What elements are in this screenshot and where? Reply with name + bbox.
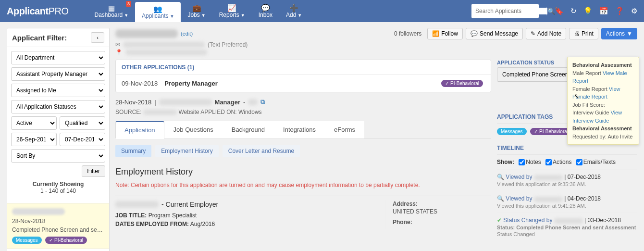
messages-pill: Messages [12,237,42,244]
collapse-filter-button[interactable]: ‹ [91,32,104,43]
sort-select[interactable]: Sort By [11,149,105,163]
subtab-cover-resume[interactable]: Cover Letter and Resume [223,145,300,157]
nav-add[interactable]: ➕ Add▼ [279,0,309,22]
nav-dashboard[interactable]: ▦ Dashboard▼ 3 [87,0,135,22]
pi-behavioral-pill: ✓ PI-Behavioral [45,237,87,244]
pencil-icon: ✎ [531,30,535,37]
follow-button[interactable]: 📶Follow [427,28,463,39]
text-preferred-label: (Text Preferred) [208,41,248,48]
date-from-select[interactable]: 26-Sep-2018 [11,133,57,146]
nav-jobs[interactable]: 💼 Jobs▼ [181,0,212,22]
state-qualified-select[interactable]: Qualified [60,116,105,130]
notes-checkbox[interactable] [519,159,525,165]
applicant-status: Completed Phone Screen and sen... [12,226,104,233]
search-input[interactable] [475,8,547,14]
address-redacted [125,50,207,55]
tab-background[interactable]: Background [223,121,274,138]
timeline-item: 🔍 Viewed by | 07-Dec-2018 Viewed this ap… [497,169,637,191]
chat-icon: 💬 [471,30,478,37]
employment-note: Note: Certain options for this applicati… [115,182,491,188]
user-redacted [534,197,563,202]
search-small-icon: 🔍 [497,174,504,180]
subtab-employment[interactable]: Employment History [155,145,218,157]
print-button[interactable]: 🖨Print [569,28,598,39]
global-search[interactable]: 🔍 [471,4,539,18]
send-message-button[interactable]: 💬Send Message [466,28,523,39]
filter-button[interactable]: Filter [82,165,105,177]
edit-link[interactable]: (edit) [181,31,193,37]
employment-history-heading: Employment History [115,167,491,177]
followers-count: 0 followers [394,30,421,37]
other-app-date: 09-Nov-2018 [122,80,158,87]
state-active-select[interactable]: Active [11,116,57,130]
applicant-name-redacted [12,208,65,215]
rss-icon: 📶 [432,30,439,37]
status-select[interactable]: All Application Statuses [11,100,105,113]
role-word: Manager [215,99,240,106]
briefcase-icon: 💼 [192,4,201,12]
applicant-name-redacted [115,29,178,38]
dates-employed-value: Aug/2016 [190,221,215,227]
pi-behavioral-pill: ✓ PI-Behavioral [441,80,483,87]
pi-behavioral-popover: Behavioral Assessment Male Report View M… [567,57,639,145]
job-fit-score: Job Fit Score: [572,101,634,109]
employer-redacted [115,201,159,208]
lightbulb-icon[interactable]: 💡 [583,7,593,15]
applied-on-label: APPLIED ON: [200,109,236,115]
position-select[interactable]: Assistant Property Manager [11,67,105,81]
nav-inbox[interactable]: 💬 Inbox [252,0,279,22]
assigned-select[interactable]: Assigned to Me [11,84,105,97]
other-applications-header[interactable]: OTHER APPLICATIONS (1) [116,60,491,75]
email-redacted [123,42,205,48]
filter-title: Applicant Filter: [12,34,67,42]
nav-reports[interactable]: 📈 Reports▼ [212,0,252,22]
popover-heading-2: Behavioral Assessment [572,125,634,133]
other-app-position: Property Manager [164,80,218,87]
actions-button[interactable]: Actions▼ [601,28,637,39]
add-note-button[interactable]: ✎Add Note [526,28,566,39]
tab-integrations[interactable]: Integrations [274,121,325,138]
emails-checkbox[interactable] [576,159,582,165]
dashboard-badge: 3 [126,1,131,7]
department-select[interactable]: All Department [11,51,105,64]
help-icon[interactable]: ❓ [615,7,624,15]
nav-applicants[interactable]: 👥 Applicants▼ [135,2,181,22]
applicant-date: 28-Nov-2018 [12,218,104,225]
mail-icon: ✉ [115,41,120,48]
current-employer-label: - Current Employer [161,201,218,208]
bookmark-icon[interactable]: 🔖 [555,7,564,15]
applicant-list-item[interactable]: 28-Nov-2018 Completed Phone Screen and s… [7,203,109,249]
popover-heading: Behavioral Assessment [572,61,634,69]
pi-behavioral-tag[interactable]: ✓ PI-Behavioral [530,128,572,135]
tab-eforms[interactable]: eForms [325,121,364,138]
calendar-icon[interactable]: 📅 [599,7,608,15]
tab-application[interactable]: Application [115,121,164,139]
actions-checkbox[interactable] [545,159,552,165]
check-icon: ✔ [497,217,502,224]
address-label: Address: [393,201,418,207]
subtab-summary[interactable]: Summary [115,145,151,157]
tab-job-questions[interactable]: Job Questions [164,121,223,138]
company-redacted [159,99,212,105]
phone-label: Phone: [393,219,412,226]
plus-icon: ➕ [289,4,298,12]
gear-icon[interactable]: ⚙ [631,7,637,15]
date-to-select[interactable]: 07-Dec-2018 [60,133,105,146]
other-application-row[interactable]: 09-Nov-2018 Property Manager ✓ PI-Behavi… [122,80,485,87]
timeline-filter: Show: Notes Actions Emails/Texts [497,159,637,165]
print-icon: 🖨 [574,30,580,37]
dates-employed-label: DATES EMPLOYED FROM: [115,221,189,227]
other-applications-card: OTHER APPLICATIONS (1) 09-Nov-2018 Prope… [115,60,491,92]
applied-on-value: Windows [238,109,262,115]
history-icon[interactable]: ↻ [570,7,577,15]
applicant-list-item[interactable]: 28-Nov-2018 - Copied Application [7,249,109,251]
source-label: SOURCE: [115,109,142,115]
timeline-item: 🔍 Viewed by | 04-Dec-2018 Viewed this ap… [497,191,637,213]
application-date: 28-Nov-2018 [115,99,151,106]
country-value: UNITED STATES [393,208,491,215]
external-link-icon[interactable]: ⧉ [260,98,265,106]
pin-icon: 📍 [115,49,123,56]
top-navbar: ApplicantPRO ▦ Dashboard▼ 3 👥 Applicants… [0,0,644,22]
messages-tag[interactable]: Messages [497,128,527,135]
user-redacted [554,218,583,224]
